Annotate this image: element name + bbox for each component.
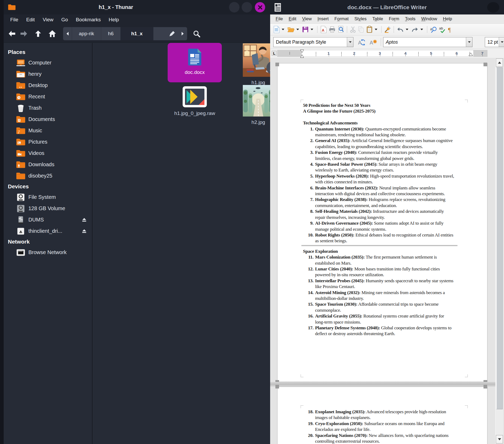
minimize-button[interactable] — [229, 2, 240, 13]
writer-window-button[interactable] — [487, 2, 499, 13]
sidebar-item-downloads[interactable]: Downloads — [4, 159, 92, 170]
scroll-down-button[interactable] — [496, 435, 503, 443]
writer-menu-format[interactable]: Format — [332, 15, 352, 23]
print-preview-button[interactable] — [337, 25, 345, 34]
paragraph-style-dropdown-button[interactable] — [347, 37, 353, 47]
sidebar-item-128-gb-volume[interactable]: 128 GB Volume — [4, 203, 92, 214]
redo-dropdown-button[interactable] — [419, 25, 425, 34]
sidebar-item-music[interactable]: ♪Music — [4, 125, 92, 136]
new-doc-dropdown-button[interactable] — [281, 25, 286, 34]
writer-menu-insert[interactable]: Insert — [315, 15, 332, 23]
right-indent-marker[interactable] — [469, 52, 473, 57]
sidebar-item-pictures[interactable]: Pictures — [4, 136, 92, 148]
scroll-up-button[interactable] — [496, 58, 503, 67]
sidebar-item-disobey25[interactable]: disobey25 — [4, 170, 92, 181]
thunar-menu-go[interactable]: Go — [57, 15, 72, 24]
writer-menu-file[interactable]: File — [273, 15, 286, 23]
path-empty-area[interactable] — [153, 27, 166, 40]
sidebar-item-thinclient-dri-[interactable]: thinclient_dri... — [4, 225, 92, 237]
writer-menu-window[interactable]: Window — [418, 15, 440, 23]
clone-formatting-button[interactable] — [383, 25, 392, 34]
indent-marker[interactable] — [300, 49, 304, 59]
sidebar-item-dums[interactable]: DUMS — [4, 214, 92, 225]
sidebar-item-documents[interactable]: Documents — [4, 114, 92, 125]
eject-button[interactable] — [82, 217, 87, 223]
list-number: 15. — [303, 301, 315, 313]
writer-menu-form[interactable]: Form — [386, 15, 402, 23]
sidebar-item-label: Computer — [28, 60, 52, 66]
vertical-scrollbar[interactable] — [495, 58, 503, 444]
undo-dropdown-button[interactable] — [405, 25, 410, 34]
cut-icon — [350, 26, 356, 33]
new-doc-button[interactable] — [272, 25, 281, 34]
document-page-1[interactable]: 50 Predictions for the Next 50 YearsA Gl… — [277, 63, 487, 382]
back-button[interactable] — [6, 28, 18, 40]
toolbar-separator — [427, 26, 427, 33]
undo-button[interactable] — [396, 25, 405, 34]
paste-button[interactable] — [365, 25, 374, 34]
close-button[interactable] — [255, 2, 265, 13]
save-dropdown-button[interactable] — [310, 25, 315, 34]
file-list-pane[interactable]: doc.docxh1.jpgh1.jpg_0_jpeg.rawh2.jpg — [92, 43, 270, 444]
font-size-dropdown-button[interactable] — [499, 37, 504, 47]
path-edit-button[interactable] — [166, 27, 178, 40]
writer-menu-tools[interactable]: Tools — [402, 15, 418, 23]
update-style-button[interactable]: A — [356, 38, 367, 47]
export-pdf-button[interactable]: A — [319, 25, 328, 34]
spelling-button[interactable]: ab — [438, 25, 447, 34]
paste-dropdown-button[interactable] — [374, 25, 379, 34]
sidebar-item-file-system[interactable]: File System — [4, 191, 92, 203]
path-tab-app-rik[interactable]: app-rik — [72, 27, 101, 40]
writer-menu-styles[interactable]: Styles — [352, 15, 369, 23]
sidebar-item-recent[interactable]: Recent — [4, 91, 92, 102]
up-button[interactable] — [32, 28, 44, 40]
save-button[interactable] — [301, 25, 310, 34]
ruler-tick — [457, 55, 457, 56]
sidebar-item-henry[interactable]: henry — [4, 68, 92, 80]
search-button[interactable] — [190, 27, 203, 40]
find-replace-button[interactable]: a — [429, 25, 438, 34]
sidebar-item-trash[interactable]: Trash — [4, 102, 92, 114]
tab-stop-selector[interactable]: L — [272, 51, 277, 56]
document-page-2[interactable]: 18.Exoplanet Imaging (2035): Advanced te… — [277, 387, 487, 444]
maximize-button[interactable] — [241, 2, 252, 13]
file-doc-docx[interactable]: doc.docx — [168, 43, 222, 82]
open-button[interactable] — [286, 25, 295, 34]
path-scroll-right-button[interactable] — [178, 27, 187, 40]
scrollbar-thumb[interactable] — [496, 67, 503, 409]
path-scroll-left-button[interactable] — [63, 27, 72, 40]
new-style-button[interactable]: A — [368, 38, 378, 47]
writer-menu-edit[interactable]: Edit — [286, 15, 299, 23]
print-button[interactable] — [328, 25, 337, 34]
open-dropdown-button[interactable] — [295, 25, 301, 34]
sidebar-item-browse-network[interactable]: Browse Network — [4, 247, 92, 258]
thunar-menu-edit[interactable]: Edit — [22, 15, 39, 24]
thunar-menu-bookmarks[interactable]: Bookmarks — [72, 15, 105, 24]
font-name-combo[interactable]: Aptos — [383, 37, 472, 47]
thunar-titlebar[interactable]: h1_x - Thunar — [4, 0, 270, 14]
thunar-menu-help[interactable]: Help — [105, 15, 123, 24]
writer-menu-view[interactable]: View — [299, 15, 315, 23]
sidebar-item-videos[interactable]: Videos — [4, 148, 92, 159]
writer-menu-table[interactable]: Table — [369, 15, 386, 23]
sidebar-item-desktop[interactable]: Desktop — [4, 80, 92, 91]
text-boundary-marker — [301, 100, 304, 103]
writer-menu-help[interactable]: Help — [440, 15, 455, 23]
home-button[interactable] — [46, 28, 58, 40]
font-size-combo[interactable]: 12 pt — [485, 37, 504, 47]
path-tab-h1_x[interactable]: h1_x — [121, 27, 153, 40]
ruler-tick — [316, 52, 316, 55]
paragraph-style-combo[interactable]: Default Paragraph Style — [273, 37, 353, 47]
file-h1-jpg-0-jpeg-raw[interactable]: h1.jpg_0_jpeg.raw — [168, 85, 222, 124]
sidebar-item-computer[interactable]: Computer — [4, 57, 92, 68]
font-name-dropdown-button[interactable] — [466, 37, 472, 47]
eject-button[interactable] — [82, 229, 87, 235]
writer-titlebar[interactable]: doc.docx — LibreOffice Writer — [270, 0, 504, 14]
path-tab-h6[interactable]: h6 — [101, 27, 121, 40]
thunar-menu-view[interactable]: View — [39, 15, 57, 24]
list-text: Self-Healing Materials (2042): Infrastru… — [315, 208, 465, 220]
redo-button[interactable] — [410, 25, 419, 34]
formatting-marks-button[interactable]: ¶ — [447, 25, 454, 34]
forward-button[interactable] — [18, 28, 30, 40]
thunar-menu-file[interactable]: File — [6, 15, 22, 24]
